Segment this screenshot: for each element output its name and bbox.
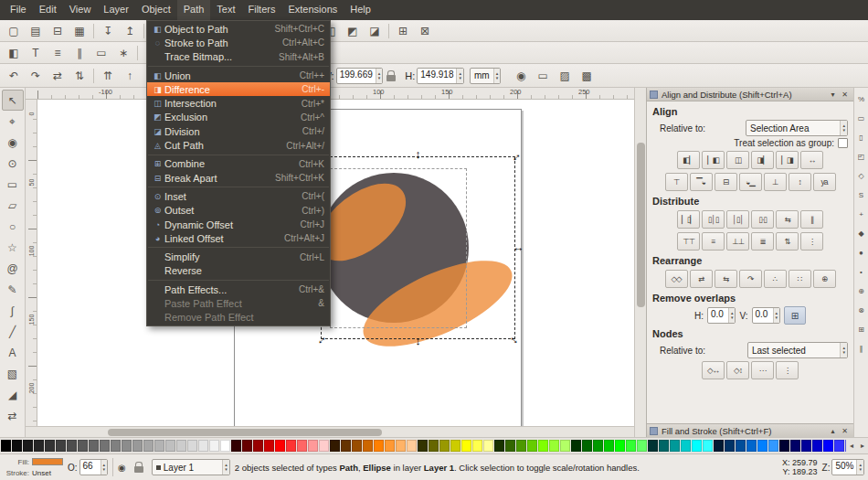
- opacity-control[interactable]: O: 66▴▾: [68, 459, 108, 475]
- palette-swatch[interactable]: [582, 440, 592, 452]
- preferences-button[interactable]: ∗: [112, 43, 134, 62]
- palette-swatch[interactable]: [297, 440, 307, 452]
- treat-as-group-checkbox[interactable]: [838, 138, 848, 148]
- snap-object-centers-toggle[interactable]: ⊕: [855, 283, 868, 301]
- palette-swatch[interactable]: [659, 440, 669, 452]
- palette-swatch[interactable]: [418, 440, 428, 452]
- palette-swatch[interactable]: [231, 440, 241, 452]
- tweak-tool[interactable]: ◉: [2, 132, 24, 153]
- layer-selector[interactable]: Layer 1 ▴▾: [152, 459, 230, 475]
- menubar-item-text[interactable]: Text: [210, 0, 241, 20]
- menu-item-stroke-to-path[interactable]: ◌Stroke to PathCtrl+Alt+C: [147, 36, 330, 49]
- palette-swatch[interactable]: [220, 440, 230, 452]
- nodes-relative-stepper[interactable]: ▴▾: [840, 343, 847, 357]
- rotate-cw-button[interactable]: ↷: [25, 66, 47, 85]
- panel-shade-button[interactable]: ▾: [827, 91, 839, 99]
- palette-swatch[interactable]: [111, 440, 121, 452]
- flip-vertical-button[interactable]: ⇅: [69, 66, 90, 85]
- center-on-vertical-axis-button[interactable]: ◫: [726, 151, 749, 169]
- canvas[interactable]: ↔↕↔↔↔↔↕↔: [37, 100, 634, 426]
- fill-stroke-indicator[interactable]: Fill: Stroke:Unset: [4, 457, 63, 478]
- palette-swatch[interactable]: [253, 440, 263, 452]
- flip-horizontal-button[interactable]: ⇄: [47, 66, 69, 85]
- menu-item-division[interactable]: ◪DivisionCtrl+/: [147, 124, 330, 138]
- text-tool[interactable]: A: [2, 342, 24, 363]
- menu-item-path-effects[interactable]: Path Effects...Ctrl+&: [147, 283, 330, 296]
- palette-swatch[interactable]: [242, 440, 252, 452]
- palette-swatch[interactable]: [736, 440, 746, 452]
- distribute-horizontal-overlap-button[interactable]: ∥: [800, 210, 823, 229]
- bezier-pen-tool[interactable]: ∫: [2, 300, 24, 321]
- zoom-control[interactable]: Z: 50%▴▾: [822, 459, 864, 475]
- align-panel-header[interactable]: Align and Distribute (Shift+Ctrl+A) ▾ ✕: [647, 88, 853, 101]
- palette-swatch[interactable]: [790, 440, 800, 452]
- palette-swatch[interactable]: [692, 440, 702, 452]
- open-xml-editor-button[interactable]: ≡: [47, 43, 69, 62]
- align-text-baseline-button[interactable]: ya: [813, 173, 836, 191]
- palette-scroll-left-button[interactable]: ◂: [846, 442, 857, 450]
- selector-tool[interactable]: ↖: [2, 90, 24, 111]
- ungroup-button[interactable]: ⊠: [414, 21, 436, 40]
- align-text-vertical-button[interactable]: ↕: [789, 173, 811, 191]
- node-editor-tool[interactable]: ⌖: [2, 111, 24, 132]
- menu-item-intersection[interactable]: ◫IntersectionCtrl+*: [147, 96, 330, 110]
- new-document-button[interactable]: ▢: [3, 21, 25, 40]
- palette-swatch[interactable]: [319, 440, 329, 452]
- palette-swatch[interactable]: [264, 440, 274, 452]
- palette-swatch[interactable]: [187, 440, 197, 452]
- unclump-button[interactable]: ∷: [789, 270, 811, 288]
- panel-close-button[interactable]: ✕: [839, 91, 851, 99]
- align-right-to-anchor-left-button[interactable]: ◧▏: [677, 151, 700, 169]
- palette-swatch[interactable]: [779, 440, 789, 452]
- palette-swatch[interactable]: [472, 440, 482, 452]
- distribute-left-edges-button[interactable]: ▏▯▏: [677, 210, 700, 229]
- palette-swatch[interactable]: [604, 440, 614, 452]
- palette-swatch[interactable]: [757, 440, 767, 452]
- gradient-tool[interactable]: ▧: [2, 363, 24, 384]
- document-properties-button[interactable]: ▭: [90, 43, 112, 62]
- group-button[interactable]: ⊞: [392, 21, 414, 40]
- distribute-top-edges-button[interactable]: ⊤⊤: [677, 232, 700, 251]
- equal-vertical-gaps-button[interactable]: ≣: [751, 232, 774, 251]
- zoom-tool[interactable]: ⊙: [2, 153, 24, 174]
- scale-handle-s[interactable]: ↕: [411, 334, 426, 348]
- menubar-item-layer[interactable]: Layer: [97, 0, 135, 20]
- palette-swatch[interactable]: [143, 440, 153, 452]
- palette-swatch[interactable]: [681, 440, 691, 452]
- palette-swatch[interactable]: [725, 440, 735, 452]
- star-tool[interactable]: ☆: [2, 237, 24, 258]
- layer-lock-toggle[interactable]: [134, 466, 143, 473]
- palette-swatch[interactable]: [154, 440, 164, 452]
- palette-swatch[interactable]: [374, 440, 384, 452]
- palette-swatch[interactable]: [209, 440, 219, 452]
- menu-item-trace-bitmap[interactable]: Trace Bitmap...Shift+Alt+B: [147, 50, 330, 64]
- palette-swatch[interactable]: [549, 440, 559, 452]
- distribute-centers-vertically-button[interactable]: ≡: [702, 232, 725, 251]
- snap-bbox-edges-toggle[interactable]: ▯: [855, 129, 868, 147]
- menu-item-simplify[interactable]: SimplifyCtrl+L: [147, 250, 330, 263]
- scale-stroke-toggle[interactable]: ◉: [510, 66, 532, 85]
- layer-selector-stepper[interactable]: ▴▾: [222, 460, 229, 475]
- height-field[interactable]: 149.918▴▾: [417, 68, 464, 84]
- palette-swatch[interactable]: [396, 440, 406, 452]
- raise-button[interactable]: ↑: [119, 66, 141, 85]
- open-text-dialog-button[interactable]: T: [25, 43, 47, 62]
- palette-swatch[interactable]: [341, 440, 351, 452]
- snap-bbox-corners-toggle[interactable]: ◰: [855, 148, 868, 166]
- align-nodes-vertically-button[interactable]: ◇↕: [726, 361, 749, 379]
- nodes-relative-combobox[interactable]: Last selected▴▾: [747, 342, 848, 358]
- equal-horizontal-gaps-button[interactable]: ▯∙▯: [751, 210, 774, 229]
- palette-swatch[interactable]: [286, 440, 296, 452]
- remove-overlaps-button[interactable]: ⊞: [784, 306, 806, 325]
- palette-swatch[interactable]: [308, 440, 318, 452]
- distribute-bottom-edges-button[interactable]: ⊥⊥: [726, 232, 749, 251]
- menubar-item-file[interactable]: File: [4, 0, 33, 20]
- menubar-item-edit[interactable]: Edit: [33, 0, 63, 20]
- scale-handle-e[interactable]: ↔: [511, 240, 525, 255]
- menubar-item-object[interactable]: Object: [135, 0, 177, 20]
- palette-swatch[interactable]: [768, 440, 778, 452]
- vertical-ruler[interactable]: 050100150200250: [26, 100, 37, 426]
- rectangle-tool[interactable]: ▭: [2, 174, 24, 195]
- export-button[interactable]: ↥: [119, 21, 141, 40]
- rotate-ccw-button[interactable]: ↶: [3, 66, 25, 85]
